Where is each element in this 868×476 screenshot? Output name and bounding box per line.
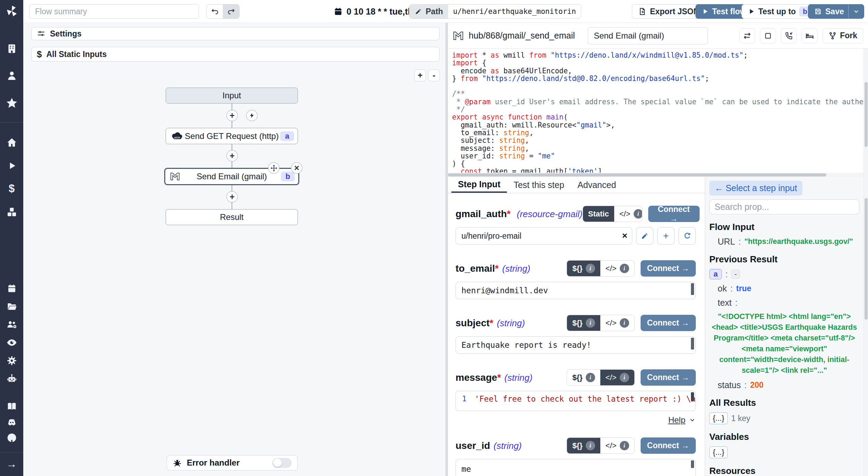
code-horizontal-scrollbar[interactable] <box>448 173 868 177</box>
path-control[interactable]: Path u/henri/earthquake_monitorin <box>409 4 581 19</box>
chevron-down-icon[interactable] <box>853 8 860 15</box>
tab-step-input[interactable]: Step Input <box>451 177 507 193</box>
variables-dollar-icon[interactable]: $ <box>9 182 15 195</box>
node-input[interactable]: Input <box>166 88 298 104</box>
webhook-phone-button[interactable] <box>781 28 797 43</box>
result-text-value[interactable]: "<!DOCTYPE html> <html lang="en"> <head>… <box>709 311 859 376</box>
select-step-input-button[interactable]: ← Select a step input <box>709 181 802 196</box>
export-json-button[interactable]: Export JSON <box>632 4 706 19</box>
hub-script-path[interactable]: hub/868/gmail/_send_email <box>469 31 575 41</box>
move-step-handle[interactable] <box>268 162 279 174</box>
settings-gear-icon[interactable] <box>6 355 17 367</box>
edit-resource-button[interactable] <box>636 227 653 245</box>
help-link[interactable]: Help <box>668 415 685 425</box>
github-icon[interactable] <box>6 432 17 444</box>
add-step-button[interactable]: + <box>226 150 238 162</box>
input-scroll-grip[interactable] <box>691 460 694 468</box>
schedule-display[interactable]: 0 10 18 * * tue,thu <box>333 4 418 19</box>
add-resource-button[interactable]: + <box>657 227 675 245</box>
variables-object-badge[interactable]: {...} <box>709 446 728 458</box>
search-prop-input[interactable] <box>709 199 859 214</box>
checkbox-square-icon[interactable] <box>760 28 776 43</box>
connect-button[interactable]: Connect → <box>641 369 696 386</box>
error-handler-row[interactable]: Error handler <box>167 455 298 470</box>
mode-template[interactable]: ${}i <box>567 370 600 385</box>
mode-static[interactable]: Static <box>583 206 614 222</box>
windmill-logo-icon[interactable] <box>5 5 18 18</box>
test-up-to-button[interactable]: Test up to b <box>742 4 817 19</box>
input-mode-toggle[interactable]: ${}i </>i <box>567 260 634 277</box>
save-button[interactable]: Save <box>808 4 864 19</box>
refresh-resource-button[interactable] <box>678 227 696 245</box>
resources-cubes-icon[interactable] <box>6 206 18 218</box>
swap-script-button[interactable] <box>739 28 755 43</box>
vertical-scrollbar[interactable] <box>863 49 868 476</box>
trigger-bolt-button[interactable] <box>246 110 258 121</box>
mode-javascript[interactable]: </>i <box>600 370 634 385</box>
runs-play-icon[interactable] <box>6 160 17 171</box>
undo-button[interactable] <box>207 5 223 18</box>
result-ok-row[interactable]: ok : true <box>709 284 859 294</box>
audit-eye-icon[interactable] <box>6 337 18 348</box>
zoom-out-button[interactable]: - <box>428 69 440 81</box>
connect-button[interactable]: Connect → <box>641 315 696 331</box>
add-step-button[interactable]: + <box>226 191 238 203</box>
node-send-email-selected[interactable]: Send Email (gmail) b <box>164 168 299 185</box>
groups-users-icon[interactable] <box>6 319 17 330</box>
all-results-object-badge[interactable]: {...} <box>709 412 728 424</box>
result-status-row[interactable]: status : 200 <box>709 380 859 390</box>
discord-icon[interactable] <box>6 417 17 428</box>
node-result[interactable]: Result <box>166 209 298 225</box>
mode-template[interactable]: ${}i <box>567 438 600 453</box>
collapse-button[interactable]: - <box>731 270 740 279</box>
clear-resource-icon[interactable]: × <box>622 230 627 241</box>
node-send-get-request[interactable]: HTTP Send GET Request (http) a <box>166 128 298 144</box>
tab-test-this-step[interactable]: Test this step <box>507 177 571 193</box>
input-scroll-grip[interactable] <box>691 283 694 295</box>
redo-button[interactable] <box>223 5 239 18</box>
favorites-star-icon[interactable] <box>6 97 18 109</box>
fork-button[interactable]: Fork <box>823 28 863 43</box>
all-static-inputs-button[interactable]: $ All Static Inputs <box>31 47 440 61</box>
code-editor[interactable]: import * as wmill from "https://deno.lan… <box>448 49 863 173</box>
input-mode-toggle[interactable]: ${}i </>i <box>567 437 634 454</box>
remove-step-button[interactable]: × <box>291 162 302 174</box>
user-icon[interactable] <box>6 70 18 82</box>
folders-icon[interactable] <box>6 301 17 312</box>
to-email-input[interactable] <box>456 282 696 299</box>
chevron-down-icon[interactable] <box>689 417 696 424</box>
input-mode-toggle[interactable]: ${}i </>i <box>567 369 634 386</box>
message-code-editor[interactable]: 1 'Feel free to check out the latest rep… <box>456 391 696 411</box>
resource-path-input[interactable] <box>456 227 632 245</box>
flow-summary-input[interactable] <box>29 4 199 19</box>
input-scroll-grip[interactable] <box>691 338 694 350</box>
path-value[interactable]: u/henri/earthquake_monitorin <box>448 5 581 18</box>
zoom-in-button[interactable]: + <box>414 69 426 81</box>
mode-javascript[interactable]: </>i <box>614 206 642 222</box>
input-mode-toggle[interactable]: ${}i </>i <box>567 315 634 331</box>
sleep-bed-icon[interactable] <box>802 28 818 43</box>
docs-book-icon[interactable] <box>6 401 17 412</box>
connect-button[interactable]: Connect → <box>641 260 696 277</box>
step-a-badge[interactable]: a <box>709 269 722 279</box>
flow-settings-button[interactable]: Settings <box>31 27 440 40</box>
step-name-input[interactable] <box>588 27 708 44</box>
input-mode-toggle[interactable]: Static </>i <box>583 206 642 222</box>
home-icon[interactable] <box>6 137 18 148</box>
workers-robot-icon[interactable] <box>6 373 17 385</box>
mode-template[interactable]: ${}i <box>567 261 600 276</box>
schedules-calendar-icon[interactable] <box>7 283 17 294</box>
error-handler-toggle[interactable] <box>272 458 292 468</box>
flow-input-url-row[interactable]: URL : "https://earthquake.usgs.gov/" <box>709 237 859 247</box>
mode-javascript[interactable]: </>i <box>600 315 634 331</box>
mode-javascript[interactable]: </>i <box>600 261 634 276</box>
collapse-arrow-icon[interactable]: → <box>6 458 17 470</box>
add-step-button[interactable]: + <box>226 110 238 121</box>
result-text-row[interactable]: text : <box>709 298 859 308</box>
connect-button[interactable]: Connect → <box>648 206 700 222</box>
workspace-icon[interactable] <box>6 43 17 55</box>
user-id-input[interactable] <box>456 459 696 476</box>
editor-scroll-grip[interactable] <box>691 392 694 401</box>
tab-advanced[interactable]: Advanced <box>571 177 623 193</box>
subject-input[interactable] <box>456 336 696 354</box>
